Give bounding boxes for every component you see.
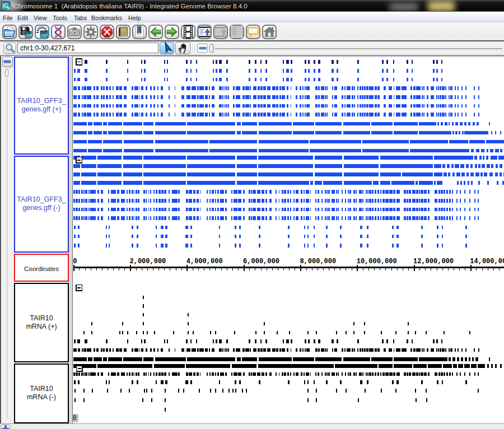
svg-text:14,000,000: 14,000,000 (470, 258, 504, 265)
svg-text:IGB: IGB (42, 34, 48, 37)
svg-text:2,000,000: 2,000,000 (130, 258, 166, 265)
svg-text:B: B (7, 6, 10, 10)
svg-text:8,000,000: 8,000,000 (300, 258, 336, 265)
svg-text:12,000,000: 12,000,000 (413, 258, 454, 265)
svg-text:4,000,000: 4,000,000 (186, 258, 223, 265)
svg-text:10,000,000: 10,000,000 (357, 258, 397, 265)
svg-text:IGB: IGB (26, 34, 32, 37)
svg-text:6,000,000: 6,000,000 (243, 258, 279, 265)
svg-text:0: 0 (73, 258, 77, 265)
